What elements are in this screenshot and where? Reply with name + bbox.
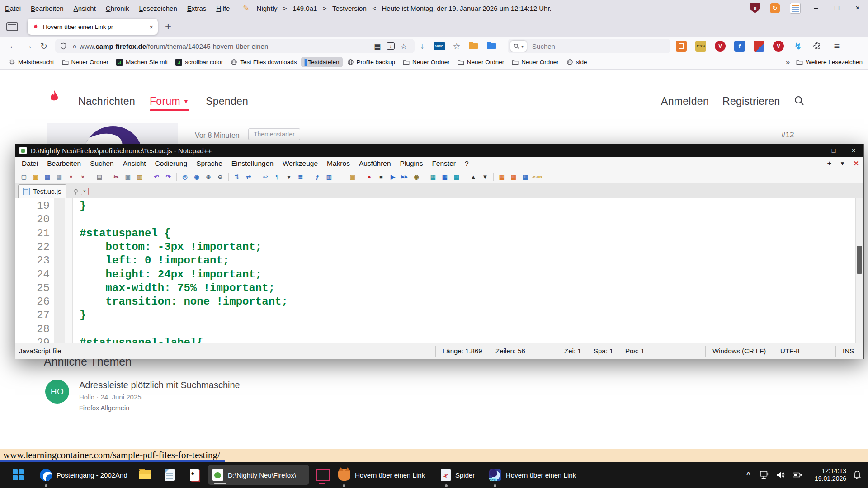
post-time[interactable]: Vor 8 Minuten xyxy=(195,131,240,140)
window-minimize-button[interactable]: – xyxy=(806,0,826,16)
npp-dropdown-button[interactable]: ▼ xyxy=(840,160,845,167)
nav-spenden[interactable]: Spenden xyxy=(206,95,248,108)
menubar-item-bearbeiten[interactable]: Bearbeiten xyxy=(26,5,69,12)
open-folder-icon[interactable] xyxy=(469,43,478,49)
solitaire-task-button[interactable] xyxy=(190,465,199,485)
speaker-icon[interactable] xyxy=(776,470,786,479)
npp-doc-close-button[interactable]: ✕ xyxy=(853,160,859,168)
search-engine-button[interactable]: ▾ xyxy=(510,41,527,52)
npp-maximize-button[interactable]: □ xyxy=(824,144,844,157)
address-bar[interactable]: -o www.camp-firefox.de/forum/thema/14024… xyxy=(55,39,415,53)
nav-forum[interactable]: Forum▼ xyxy=(150,95,189,108)
redblue-extension-icon[interactable] xyxy=(754,41,764,52)
new-file-icon[interactable]: ▢ xyxy=(19,172,29,182)
editor-scrollbar[interactable] xyxy=(855,198,863,343)
star-toolbar-icon[interactable]: ☆ xyxy=(449,39,464,53)
window-restore-button[interactable]: □ xyxy=(826,0,847,16)
show-symbols-dropdown[interactable]: ▾ xyxy=(284,172,294,182)
zoom-in-icon[interactable]: ⊕ xyxy=(203,172,213,182)
close-tab-icon[interactable]: × xyxy=(81,188,89,195)
save-page-icon[interactable]: ↓ xyxy=(387,42,395,50)
start-button[interactable] xyxy=(13,465,24,485)
npp-menu-codierung[interactable]: Codierung xyxy=(151,160,192,168)
similar-topic-category[interactable]: Firefox Allgemein xyxy=(79,404,129,412)
menubar-item-hilfe[interactable]: Hilfe xyxy=(211,5,235,12)
back-button[interactable]: ← xyxy=(5,39,21,53)
red-extension-icon[interactable]: V xyxy=(715,41,726,52)
css-extension-icon[interactable]: CSS xyxy=(695,41,706,52)
network-monitor-icon[interactable] xyxy=(760,470,769,479)
status-eol[interactable]: Windows (CR LF) xyxy=(712,343,766,359)
bookmark-item-scrollbar-color[interactable]: 3scrollbar color xyxy=(172,57,226,67)
menubar-item-extras[interactable]: Extras xyxy=(182,5,212,12)
bookmark-item-neuer-ordner[interactable]: Neuer Ordner xyxy=(59,57,112,67)
play-macro-icon[interactable]: ▶ xyxy=(388,172,398,182)
npp-close-button[interactable]: × xyxy=(844,144,863,157)
col-editor-icon[interactable]: ▦ xyxy=(509,172,519,182)
firefox-task-button-1[interactable]: Hovern über einen Link xyxy=(338,465,425,485)
undo-icon[interactable]: ↶ xyxy=(151,172,161,182)
record-macro-icon[interactable]: ● xyxy=(364,172,374,182)
sort-asc-icon[interactable]: ▲ xyxy=(468,172,478,182)
open-folder-icon[interactable]: ▣ xyxy=(31,172,41,182)
bookmark-item-neuer-ordner[interactable]: Neuer Ordner xyxy=(400,57,453,67)
nav-nachrichten[interactable]: Nachrichten xyxy=(78,95,135,108)
plugin-b-icon[interactable]: ▦ xyxy=(440,172,450,182)
orange-extension-icon[interactable] xyxy=(676,41,687,52)
menubar-item-datei[interactable]: Datei xyxy=(0,5,26,12)
sort-desc-icon[interactable]: ▼ xyxy=(480,172,490,182)
npp-menu-einstellungen[interactable]: Einstellungen xyxy=(227,160,278,168)
forward-button[interactable]: → xyxy=(21,39,36,53)
plugin-c-icon[interactable]: ▦ xyxy=(452,172,462,182)
npp-menu-bearbeiten[interactable]: Bearbeiten xyxy=(42,160,85,168)
close-doc-icon[interactable]: × xyxy=(66,172,76,182)
shield-icon[interactable] xyxy=(60,42,67,50)
paste-icon[interactable]: ▥ xyxy=(135,172,145,182)
notepadpp-titlebar[interactable]: D:\Nightly Neu\Firefox\profile\chrome\Te… xyxy=(15,144,863,157)
battery-icon[interactable] xyxy=(792,470,802,479)
downloads-button[interactable]: ↓ xyxy=(415,39,430,53)
window-close-button[interactable]: × xyxy=(847,0,868,16)
similar-topic-avatar[interactable]: HO xyxy=(45,380,69,404)
npp-menu-datei[interactable]: Datei xyxy=(17,160,42,168)
bolt-extension-icon[interactable]: ↯ xyxy=(793,41,803,52)
blue-folder-icon[interactable] xyxy=(487,43,496,49)
bookmark-item-profile-backup[interactable]: Profile backup xyxy=(344,57,399,67)
sync-vertical-icon[interactable]: ⇅ xyxy=(232,172,242,182)
bookmark-item-side[interactable]: side xyxy=(563,57,590,67)
npp-menu-makros[interactable]: Makros xyxy=(322,160,354,168)
fold-margin[interactable] xyxy=(65,198,73,343)
npp-menu-fenster[interactable]: Fenster xyxy=(427,160,460,168)
plugin-a-icon[interactable]: ▦ xyxy=(428,172,438,182)
indent-guide-icon[interactable]: ≣ xyxy=(296,172,306,182)
run-macro-multi-icon[interactable]: ▶▶ xyxy=(400,172,410,182)
redo-icon[interactable]: ↷ xyxy=(163,172,173,182)
puzzle-extensions-icon[interactable] xyxy=(812,41,823,52)
blue-extension-icon[interactable]: f xyxy=(734,41,745,52)
npp-menu-plugins[interactable]: Plugins xyxy=(396,160,428,168)
bookmark-item-neuer-ordner[interactable]: Neuer Ordner xyxy=(454,57,508,67)
json-viewer-icon[interactable]: JSON xyxy=(532,172,542,182)
npp-menu-help[interactable]: ? xyxy=(460,160,473,168)
permissions-icon[interactable]: -o xyxy=(71,43,76,50)
similar-topic-title[interactable]: Adressleiste plötzlich mit Suchmaschine xyxy=(79,380,240,390)
menubar-item-chronik[interactable]: Chronik xyxy=(101,5,134,12)
npp-menu-sprache[interactable]: Sprache xyxy=(192,160,227,168)
col-mode-icon[interactable]: ▦ xyxy=(497,172,507,182)
notification-bell-icon[interactable] xyxy=(853,470,862,480)
pin-tab-icon[interactable] xyxy=(73,189,79,195)
bookmark-item-machen-sie-mit[interactable]: 3Machen Sie mit xyxy=(113,57,171,67)
ublock-shield-icon[interactable]: u xyxy=(750,3,760,13)
print-icon[interactable]: ▤ xyxy=(94,172,104,182)
replace-icon[interactable]: ◉ xyxy=(192,172,202,182)
camp-firefox-logo[interactable] xyxy=(47,89,61,107)
spider-task-button[interactable]: x Spider xyxy=(441,465,475,485)
red-extension2-icon[interactable]: V xyxy=(773,41,784,52)
url-text[interactable]: www.camp-firefox.de/forum/thema/140245-h… xyxy=(80,42,371,50)
tray-expand-chevron[interactable]: ^ xyxy=(746,471,750,479)
post-number[interactable]: #12 xyxy=(781,131,794,140)
npp-menu-ansicht[interactable]: Ansicht xyxy=(118,160,151,168)
bookmark-item-neuer-ordner[interactable]: Neuer Ordner xyxy=(509,57,562,67)
taskbar-clock[interactable]: 12:14:13 19.01.2026 xyxy=(808,467,846,483)
forum-search-icon[interactable] xyxy=(794,95,805,106)
